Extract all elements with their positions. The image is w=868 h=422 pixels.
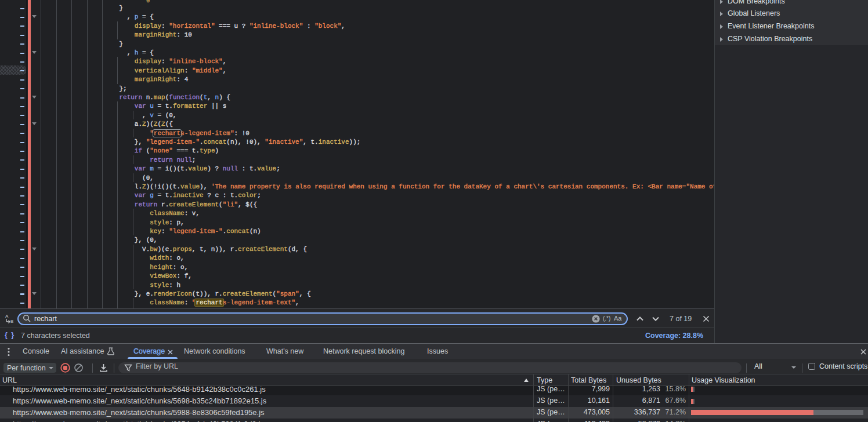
- svg-text:B: B: [10, 319, 13, 324]
- svg-text:A: A: [5, 314, 9, 319]
